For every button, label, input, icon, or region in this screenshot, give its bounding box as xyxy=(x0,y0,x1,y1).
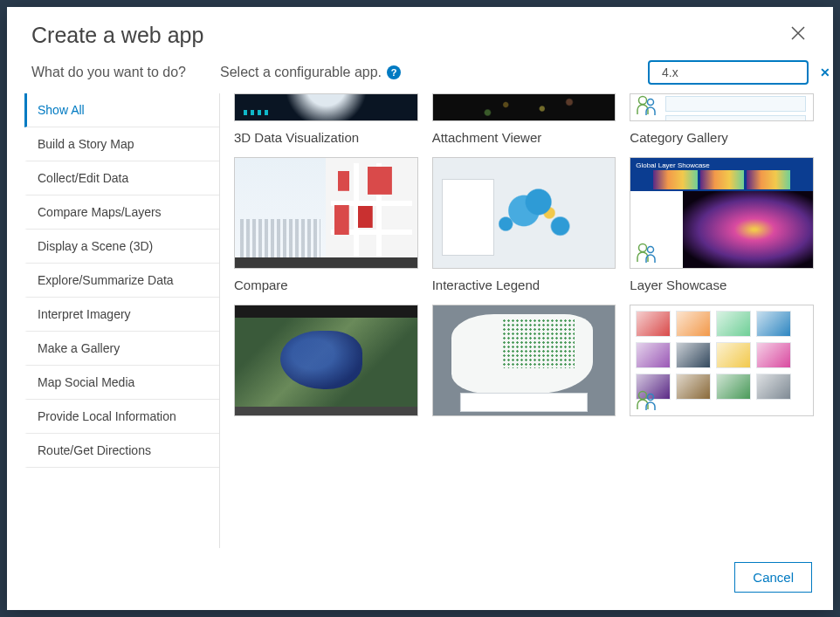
app-card[interactable]: Attachment Viewer xyxy=(432,93,616,145)
close-icon xyxy=(789,24,807,42)
svg-point-6 xyxy=(648,394,654,401)
sidebar-item-explore-summarize-data[interactable]: Explore/Summarize Data xyxy=(24,264,219,298)
app-card[interactable]: 3D Data Visualization xyxy=(234,93,418,145)
app-label: Compare xyxy=(234,278,418,292)
modal-header: Create a web app xyxy=(7,7,833,53)
app-thumbnail xyxy=(234,305,418,416)
sidebar-item-provide-local-information[interactable]: Provide Local Information xyxy=(24,400,219,434)
close-button[interactable] xyxy=(788,23,809,47)
svg-point-1 xyxy=(639,97,647,105)
app-thumbnail xyxy=(630,305,814,416)
content-heading-text: Select a configurable app. xyxy=(220,65,382,80)
search-field[interactable]: ✕ xyxy=(648,60,809,85)
modal-footer: Cancel xyxy=(7,548,833,610)
app-card[interactable]: Category Gallery xyxy=(630,93,814,145)
app-thumbnail xyxy=(432,305,616,416)
shared-badge-icon xyxy=(636,94,657,117)
app-thumbnail xyxy=(234,93,418,121)
app-thumbnail xyxy=(432,93,616,121)
body: Show AllBuild a Story MapCollect/Edit Da… xyxy=(7,93,833,548)
app-grid: 3D Data VisualizationAttachment ViewerCa… xyxy=(234,93,814,416)
sidebar-item-display-a-scene-3d-[interactable]: Display a Scene (3D) xyxy=(24,230,219,264)
app-card[interactable]: Interactive Legend xyxy=(432,157,616,292)
app-thumbnail xyxy=(234,157,418,269)
app-label: Layer Showcase xyxy=(630,278,814,292)
sidebar-item-compare-maps-layers[interactable]: Compare Maps/Layers xyxy=(24,195,219,230)
modal-title: Create a web app xyxy=(31,23,203,48)
app-card[interactable]: Compare xyxy=(234,157,418,292)
sidebar-item-map-social-media[interactable]: Map Social Media xyxy=(24,366,219,400)
clear-search-button[interactable]: ✕ xyxy=(820,65,830,79)
sidebar-item-route-get-directions[interactable]: Route/Get Directions xyxy=(24,434,219,468)
sidebar-heading: What do you want to do? xyxy=(31,65,220,80)
help-icon[interactable]: ? xyxy=(387,65,401,79)
app-thumbnail xyxy=(432,157,616,269)
app-label: Category Gallery xyxy=(630,130,814,145)
sidebar-item-show-all[interactable]: Show All xyxy=(24,93,219,127)
app-gallery-scroll[interactable]: 3D Data VisualizationAttachment ViewerCa… xyxy=(220,93,823,548)
app-card[interactable] xyxy=(630,305,814,416)
shared-badge-icon xyxy=(636,242,657,264)
app-card[interactable] xyxy=(432,305,616,416)
svg-point-2 xyxy=(648,99,654,106)
app-thumbnail xyxy=(630,93,814,121)
create-web-app-modal: Create a web app What do you want to do?… xyxy=(7,7,833,610)
content-heading: Select a configurable app. ? xyxy=(220,65,648,80)
sidebar-item-interpret-imagery[interactable]: Interpret Imagery xyxy=(24,298,219,332)
sidebar-item-make-a-gallery[interactable]: Make a Gallery xyxy=(24,332,219,366)
app-label: Attachment Viewer xyxy=(432,130,616,145)
category-sidebar: Show AllBuild a Story MapCollect/Edit Da… xyxy=(24,93,220,548)
top-row: What do you want to do? Select a configu… xyxy=(7,53,833,93)
cancel-button[interactable]: Cancel xyxy=(734,562,812,593)
app-thumbnail: Global Layer Showcase xyxy=(630,157,814,269)
app-label: Interactive Legend xyxy=(432,278,616,292)
svg-point-5 xyxy=(639,392,647,400)
app-card[interactable]: Global Layer ShowcaseLayer Showcase xyxy=(630,157,814,292)
app-card[interactable] xyxy=(234,305,418,416)
search-input[interactable] xyxy=(662,65,815,79)
sidebar-item-collect-edit-data[interactable]: Collect/Edit Data xyxy=(24,161,219,195)
shared-badge-icon xyxy=(636,389,657,412)
svg-point-4 xyxy=(648,247,654,253)
svg-point-3 xyxy=(639,244,647,252)
sidebar-item-build-a-story-map[interactable]: Build a Story Map xyxy=(24,127,219,161)
app-label: 3D Data Visualization xyxy=(234,130,418,145)
